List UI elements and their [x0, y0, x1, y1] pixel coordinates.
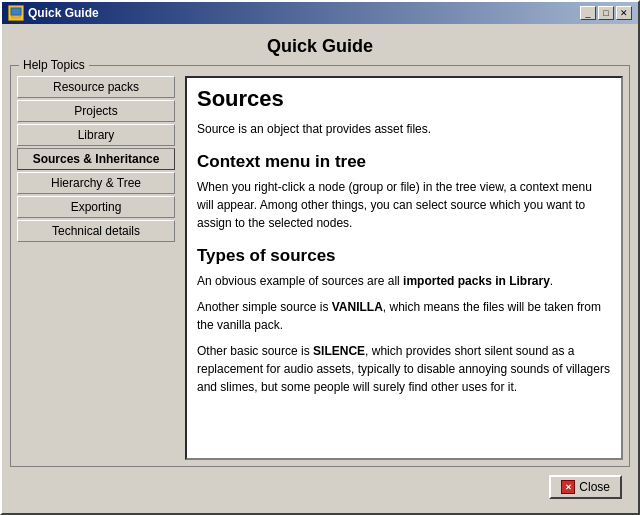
help-topics-group: Help Topics Resource packs Projects Libr… — [10, 65, 630, 467]
content-heading: Sources — [197, 86, 611, 112]
section2-intro-bold: imported packs in Library — [403, 274, 550, 288]
title-buttons: _ □ ✕ — [580, 6, 632, 20]
content-intro: Source is an object that provides asset … — [197, 120, 611, 138]
section2-intro-text: An obvious example of sources are all — [197, 274, 403, 288]
section2-p3-start: Other basic source is — [197, 344, 313, 358]
bottom-bar: ✕ Close — [10, 475, 630, 507]
help-topics-label: Help Topics — [19, 58, 89, 72]
nav-item-exporting[interactable]: Exporting — [17, 196, 175, 218]
content-area: Sources Source is an object that provide… — [185, 76, 623, 460]
section1-title: Context menu in tree — [197, 152, 611, 172]
section2-p3-bold: SILENCE — [313, 344, 365, 358]
section2-p2: Another simple source is VANILLA, which … — [197, 298, 611, 334]
section1-body: When you right-click a node (group or fi… — [197, 178, 611, 232]
nav-item-projects[interactable]: Projects — [17, 100, 175, 122]
close-icon: ✕ — [561, 480, 575, 494]
nav-panel: Resource packs Projects Library Sources … — [11, 66, 181, 466]
window-title: Quick Guide — [28, 6, 99, 20]
nav-item-library[interactable]: Library — [17, 124, 175, 146]
close-button[interactable]: ✕ Close — [549, 475, 622, 499]
close-window-button[interactable]: ✕ — [616, 6, 632, 20]
section2-intro-end: . — [550, 274, 553, 288]
section2-intro-paragraph: An obvious example of sources are all im… — [197, 272, 611, 290]
maximize-button[interactable]: □ — [598, 6, 614, 20]
close-button-label: Close — [579, 480, 610, 494]
window-content: Quick Guide Help Topics Resource packs P… — [2, 24, 638, 513]
nav-item-sources-inheritance[interactable]: Sources & Inheritance — [17, 148, 175, 170]
nav-item-resource-packs[interactable]: Resource packs — [17, 76, 175, 98]
svg-rect-1 — [12, 16, 20, 18]
section2-title: Types of sources — [197, 246, 611, 266]
page-title: Quick Guide — [10, 30, 630, 65]
nav-item-hierarchy-tree[interactable]: Hierarchy & Tree — [17, 172, 175, 194]
section2-p2-bold: VANILLA — [332, 300, 383, 314]
title-bar-left: Quick Guide — [8, 5, 99, 21]
section2-p3: Other basic source is SILENCE, which pro… — [197, 342, 611, 396]
window-icon — [8, 5, 24, 21]
title-bar: Quick Guide _ □ ✕ — [2, 2, 638, 24]
svg-rect-0 — [11, 8, 21, 15]
nav-item-technical-details[interactable]: Technical details — [17, 220, 175, 242]
section2-p2-start: Another simple source is — [197, 300, 332, 314]
content-scroll[interactable]: Sources Source is an object that provide… — [187, 78, 621, 458]
minimize-button[interactable]: _ — [580, 6, 596, 20]
main-window: Quick Guide _ □ ✕ Quick Guide Help Topic… — [0, 0, 640, 515]
